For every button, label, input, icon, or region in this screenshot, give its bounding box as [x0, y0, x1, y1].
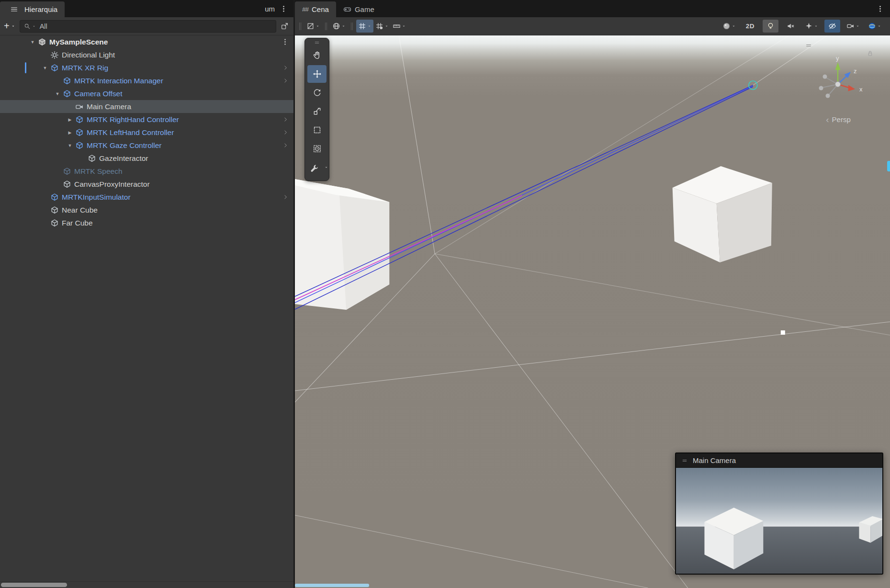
scene-scrollbar-thumb[interactable] — [295, 584, 369, 587]
gizmo-y-axis[interactable] — [835, 62, 841, 84]
scene-visibility-button[interactable] — [824, 20, 840, 33]
hierarchy-search-input[interactable]: All — [20, 20, 276, 33]
gizmo-center[interactable] — [835, 82, 841, 87]
view-tool-button[interactable] — [307, 46, 327, 64]
row-label: Directional Light — [62, 51, 115, 59]
tree-row-mrtk-lefthand-controller[interactable]: ▶MRTK LeftHand Controller — [0, 126, 293, 139]
hierarchy-kebab-icon[interactable] — [278, 5, 290, 13]
camera-settings-button[interactable] — [845, 20, 862, 33]
tree-row-mrtk-interaction-manager[interactable]: MRTK Interaction Manager — [0, 74, 293, 87]
tab-hierarchy[interactable]: Hierarquia — [0, 1, 65, 17]
cube-icon — [50, 219, 59, 227]
child-expand-icon[interactable] — [282, 139, 289, 152]
tab-scene[interactable]: ## Cena — [295, 1, 336, 17]
tab-game[interactable]: Game — [336, 1, 382, 17]
scene-globe-button[interactable] — [866, 20, 883, 33]
effects-button[interactable] — [803, 20, 820, 33]
projection-label-text: Persp — [832, 115, 851, 124]
kebab-icon — [281, 38, 289, 46]
preview-drag-handle-icon[interactable] — [681, 458, 688, 464]
scene-panel: ## Cena Game 2D — [295, 0, 890, 588]
scale-tool-button[interactable] — [307, 102, 327, 120]
scene-options-icon[interactable] — [281, 35, 289, 48]
tree-row-mrtk-righthand-controller[interactable]: ▶MRTK RightHand Controller — [0, 113, 293, 126]
tree-row-far-cube[interactable]: Far Cube — [0, 216, 293, 229]
light-icon — [50, 51, 59, 59]
scene-viewport[interactable]: y z x ‹ Persp Main Camera — [295, 35, 890, 588]
audio-mute-button[interactable] — [783, 20, 799, 33]
tab-hierarchy-label: Hierarquia — [24, 5, 57, 13]
gizmo-axes[interactable]: y z x — [797, 53, 879, 115]
camera-preview-window[interactable]: Main Camera — [675, 452, 883, 575]
tree-row-near-cube[interactable]: Near Cube — [0, 204, 293, 216]
expander-open-icon[interactable]: ▼ — [28, 40, 37, 45]
globe-icon — [332, 22, 340, 30]
search-icon — [24, 23, 31, 30]
rotate-tool-button[interactable] — [307, 84, 327, 102]
axis-y-label: y — [836, 55, 839, 62]
snap-settings-button[interactable] — [373, 20, 391, 33]
snap-increment-button[interactable] — [391, 20, 408, 33]
cube-object-icon — [62, 89, 71, 98]
orientation-gizmo[interactable]: y z x ‹ Persp — [797, 53, 879, 124]
camera-object-icon — [75, 102, 84, 111]
effects-icon — [805, 22, 813, 30]
caretdown-icon — [856, 24, 860, 28]
tree-row-mrtk-gaze-controller[interactable]: ▼MRTK Gaze Controller — [0, 139, 293, 152]
picking-icon[interactable] — [281, 22, 289, 30]
tree-row-camera-offset[interactable]: ▼Camera Offset — [0, 87, 293, 100]
cube-object-icon — [50, 218, 59, 227]
tree-row-main-camera[interactable]: Main Camera — [0, 100, 293, 113]
search-filter-caret-icon[interactable] — [32, 24, 36, 28]
custom-tool-button[interactable] — [307, 159, 321, 177]
light-object-icon — [50, 50, 59, 59]
projection-label[interactable]: ‹ Persp — [797, 115, 879, 124]
hamburger-icon[interactable] — [7, 5, 21, 13]
move-tool-button[interactable] — [307, 65, 327, 83]
custom-tool-dropdown-icon[interactable] — [323, 165, 329, 171]
tree-row-mrtk-speech[interactable]: MRTK Speech — [0, 165, 293, 178]
cube-icon — [50, 64, 59, 72]
camera-preview-header[interactable]: Main Camera — [676, 453, 882, 468]
row-label: Camera Offset — [74, 90, 123, 98]
overlay-drag-handle-icon[interactable] — [804, 42, 813, 51]
gizmo-negative-axes[interactable] — [822, 78, 838, 95]
tree-row-gazeinteractor[interactable]: GazeInteractor — [0, 152, 293, 165]
add-object-button[interactable]: + — [4, 22, 15, 31]
expander-closed-icon[interactable]: ▶ — [65, 130, 75, 135]
tree-row-mysamplescene[interactable]: ▼MySampleScene — [0, 35, 293, 48]
tools-overlay-handle-icon[interactable] — [305, 39, 329, 45]
grid-handle-dot[interactable] — [781, 330, 785, 335]
tool-settings-button[interactable] — [304, 20, 322, 33]
draw-mode-button[interactable] — [721, 20, 738, 33]
rect-tool-button[interactable] — [307, 121, 327, 139]
tree-row-directional-light[interactable]: Directional Light — [0, 48, 293, 61]
child-expand-icon[interactable] — [282, 61, 289, 74]
scene-toolbar: 2D — [295, 17, 890, 35]
scene-kebab-icon[interactable] — [874, 5, 886, 13]
orientation-button[interactable] — [330, 20, 348, 33]
transform-tool-button[interactable] — [307, 140, 327, 158]
child-expand-icon[interactable] — [282, 113, 289, 126]
hierarchy-scrollbar[interactable] — [0, 581, 293, 588]
collapsed-overlay-indicator[interactable] — [887, 161, 890, 171]
expander-open-icon[interactable]: ▼ — [65, 143, 75, 148]
child-expand-icon[interactable] — [282, 191, 289, 204]
tree-row-mrtk-xr-rig[interactable]: ▼MRTK XR Rig — [0, 61, 293, 74]
far-cube[interactable] — [673, 166, 772, 262]
coloredglobe-icon — [868, 22, 876, 30]
expander-open-icon[interactable]: ▼ — [40, 66, 50, 70]
tree-row-mrtkinputsimulator[interactable]: MRTKInputSimulator — [0, 191, 293, 204]
hierarchy-scrollbar-thumb[interactable] — [1, 583, 67, 587]
tree-row-canvasproxyinteractor[interactable]: CanvasProxyInteractor — [0, 178, 293, 191]
child-expand-icon[interactable] — [282, 126, 289, 139]
cube-object-icon — [50, 205, 59, 215]
grid-snapping-button[interactable] — [356, 20, 373, 33]
view-2d-button[interactable]: 2D — [742, 20, 758, 33]
caretdown-icon — [341, 24, 346, 28]
expander-open-icon[interactable]: ▼ — [53, 91, 62, 96]
row-label: MRTK LeftHand Controller — [87, 128, 174, 137]
expander-closed-icon[interactable]: ▶ — [65, 117, 75, 122]
scene-lighting-button[interactable] — [763, 20, 778, 33]
child-expand-icon[interactable] — [282, 74, 289, 87]
